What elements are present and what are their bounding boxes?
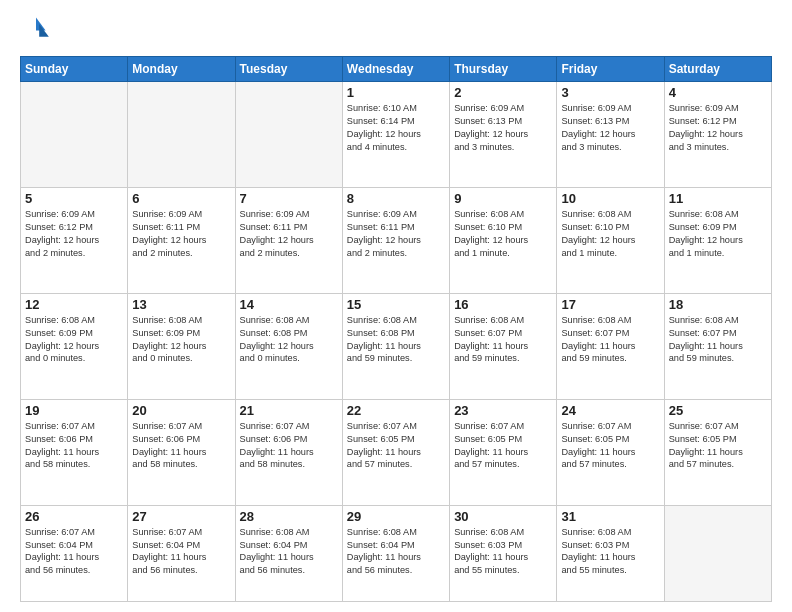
- day-info: Sunrise: 6:07 AM Sunset: 6:05 PM Dayligh…: [347, 420, 445, 472]
- day-cell: 9Sunrise: 6:08 AM Sunset: 6:10 PM Daylig…: [450, 187, 557, 293]
- day-info: Sunrise: 6:07 AM Sunset: 6:06 PM Dayligh…: [25, 420, 123, 472]
- day-info: Sunrise: 6:07 AM Sunset: 6:04 PM Dayligh…: [25, 526, 123, 578]
- day-cell: 15Sunrise: 6:08 AM Sunset: 6:08 PM Dayli…: [342, 293, 449, 399]
- day-info: Sunrise: 6:08 AM Sunset: 6:09 PM Dayligh…: [669, 208, 767, 260]
- day-cell: 2Sunrise: 6:09 AM Sunset: 6:13 PM Daylig…: [450, 82, 557, 188]
- day-cell: 20Sunrise: 6:07 AM Sunset: 6:06 PM Dayli…: [128, 399, 235, 505]
- day-cell: 19Sunrise: 6:07 AM Sunset: 6:06 PM Dayli…: [21, 399, 128, 505]
- day-cell: 28Sunrise: 6:08 AM Sunset: 6:04 PM Dayli…: [235, 505, 342, 601]
- day-number: 17: [561, 297, 659, 312]
- day-cell: 29Sunrise: 6:08 AM Sunset: 6:04 PM Dayli…: [342, 505, 449, 601]
- day-number: 31: [561, 509, 659, 524]
- day-cell: 31Sunrise: 6:08 AM Sunset: 6:03 PM Dayli…: [557, 505, 664, 601]
- day-number: 1: [347, 85, 445, 100]
- day-number: 28: [240, 509, 338, 524]
- day-info: Sunrise: 6:08 AM Sunset: 6:07 PM Dayligh…: [669, 314, 767, 366]
- weekday-tuesday: Tuesday: [235, 57, 342, 82]
- day-number: 7: [240, 191, 338, 206]
- day-info: Sunrise: 6:10 AM Sunset: 6:14 PM Dayligh…: [347, 102, 445, 154]
- day-number: 9: [454, 191, 552, 206]
- calendar-table: SundayMondayTuesdayWednesdayThursdayFrid…: [20, 56, 772, 602]
- day-number: 5: [25, 191, 123, 206]
- day-info: Sunrise: 6:07 AM Sunset: 6:05 PM Dayligh…: [454, 420, 552, 472]
- weekday-monday: Monday: [128, 57, 235, 82]
- day-number: 18: [669, 297, 767, 312]
- day-cell: 17Sunrise: 6:08 AM Sunset: 6:07 PM Dayli…: [557, 293, 664, 399]
- day-cell: 16Sunrise: 6:08 AM Sunset: 6:07 PM Dayli…: [450, 293, 557, 399]
- day-number: 19: [25, 403, 123, 418]
- day-cell: [128, 82, 235, 188]
- day-info: Sunrise: 6:08 AM Sunset: 6:09 PM Dayligh…: [25, 314, 123, 366]
- day-cell: 23Sunrise: 6:07 AM Sunset: 6:05 PM Dayli…: [450, 399, 557, 505]
- weekday-friday: Friday: [557, 57, 664, 82]
- day-cell: [21, 82, 128, 188]
- day-info: Sunrise: 6:07 AM Sunset: 6:06 PM Dayligh…: [132, 420, 230, 472]
- day-number: 11: [669, 191, 767, 206]
- day-info: Sunrise: 6:09 AM Sunset: 6:12 PM Dayligh…: [25, 208, 123, 260]
- week-row-3: 12Sunrise: 6:08 AM Sunset: 6:09 PM Dayli…: [21, 293, 772, 399]
- day-info: Sunrise: 6:09 AM Sunset: 6:13 PM Dayligh…: [454, 102, 552, 154]
- day-number: 13: [132, 297, 230, 312]
- day-number: 22: [347, 403, 445, 418]
- day-number: 8: [347, 191, 445, 206]
- day-info: Sunrise: 6:08 AM Sunset: 6:03 PM Dayligh…: [454, 526, 552, 578]
- weekday-thursday: Thursday: [450, 57, 557, 82]
- day-number: 6: [132, 191, 230, 206]
- day-cell: [235, 82, 342, 188]
- weekday-header-row: SundayMondayTuesdayWednesdayThursdayFrid…: [21, 57, 772, 82]
- day-cell: 14Sunrise: 6:08 AM Sunset: 6:08 PM Dayli…: [235, 293, 342, 399]
- logo: [20, 16, 56, 48]
- weekday-saturday: Saturday: [664, 57, 771, 82]
- day-cell: 12Sunrise: 6:08 AM Sunset: 6:09 PM Dayli…: [21, 293, 128, 399]
- week-row-1: 1Sunrise: 6:10 AM Sunset: 6:14 PM Daylig…: [21, 82, 772, 188]
- day-number: 14: [240, 297, 338, 312]
- day-cell: 21Sunrise: 6:07 AM Sunset: 6:06 PM Dayli…: [235, 399, 342, 505]
- day-info: Sunrise: 6:08 AM Sunset: 6:08 PM Dayligh…: [240, 314, 338, 366]
- day-cell: 13Sunrise: 6:08 AM Sunset: 6:09 PM Dayli…: [128, 293, 235, 399]
- day-cell: 10Sunrise: 6:08 AM Sunset: 6:10 PM Dayli…: [557, 187, 664, 293]
- day-cell: 4Sunrise: 6:09 AM Sunset: 6:12 PM Daylig…: [664, 82, 771, 188]
- day-number: 23: [454, 403, 552, 418]
- day-number: 2: [454, 85, 552, 100]
- week-row-4: 19Sunrise: 6:07 AM Sunset: 6:06 PM Dayli…: [21, 399, 772, 505]
- day-number: 27: [132, 509, 230, 524]
- day-cell: 27Sunrise: 6:07 AM Sunset: 6:04 PM Dayli…: [128, 505, 235, 601]
- day-cell: 5Sunrise: 6:09 AM Sunset: 6:12 PM Daylig…: [21, 187, 128, 293]
- day-cell: 7Sunrise: 6:09 AM Sunset: 6:11 PM Daylig…: [235, 187, 342, 293]
- day-cell: 18Sunrise: 6:08 AM Sunset: 6:07 PM Dayli…: [664, 293, 771, 399]
- day-info: Sunrise: 6:08 AM Sunset: 6:04 PM Dayligh…: [240, 526, 338, 578]
- day-info: Sunrise: 6:09 AM Sunset: 6:13 PM Dayligh…: [561, 102, 659, 154]
- day-number: 10: [561, 191, 659, 206]
- page: SundayMondayTuesdayWednesdayThursdayFrid…: [0, 0, 792, 612]
- weekday-wednesday: Wednesday: [342, 57, 449, 82]
- svg-marker-1: [39, 24, 49, 37]
- day-number: 26: [25, 509, 123, 524]
- day-number: 16: [454, 297, 552, 312]
- week-row-5: 26Sunrise: 6:07 AM Sunset: 6:04 PM Dayli…: [21, 505, 772, 601]
- day-number: 20: [132, 403, 230, 418]
- day-info: Sunrise: 6:09 AM Sunset: 6:11 PM Dayligh…: [347, 208, 445, 260]
- day-cell: 3Sunrise: 6:09 AM Sunset: 6:13 PM Daylig…: [557, 82, 664, 188]
- day-number: 25: [669, 403, 767, 418]
- day-info: Sunrise: 6:08 AM Sunset: 6:10 PM Dayligh…: [454, 208, 552, 260]
- day-number: 12: [25, 297, 123, 312]
- day-cell: 24Sunrise: 6:07 AM Sunset: 6:05 PM Dayli…: [557, 399, 664, 505]
- day-number: 21: [240, 403, 338, 418]
- day-cell: 1Sunrise: 6:10 AM Sunset: 6:14 PM Daylig…: [342, 82, 449, 188]
- day-cell: 30Sunrise: 6:08 AM Sunset: 6:03 PM Dayli…: [450, 505, 557, 601]
- day-info: Sunrise: 6:07 AM Sunset: 6:05 PM Dayligh…: [561, 420, 659, 472]
- day-cell: 8Sunrise: 6:09 AM Sunset: 6:11 PM Daylig…: [342, 187, 449, 293]
- day-cell: [664, 505, 771, 601]
- day-number: 4: [669, 85, 767, 100]
- day-info: Sunrise: 6:07 AM Sunset: 6:04 PM Dayligh…: [132, 526, 230, 578]
- day-number: 15: [347, 297, 445, 312]
- week-row-2: 5Sunrise: 6:09 AM Sunset: 6:12 PM Daylig…: [21, 187, 772, 293]
- day-info: Sunrise: 6:07 AM Sunset: 6:06 PM Dayligh…: [240, 420, 338, 472]
- day-number: 3: [561, 85, 659, 100]
- day-cell: 26Sunrise: 6:07 AM Sunset: 6:04 PM Dayli…: [21, 505, 128, 601]
- day-info: Sunrise: 6:08 AM Sunset: 6:04 PM Dayligh…: [347, 526, 445, 578]
- day-number: 30: [454, 509, 552, 524]
- day-number: 24: [561, 403, 659, 418]
- day-cell: 22Sunrise: 6:07 AM Sunset: 6:05 PM Dayli…: [342, 399, 449, 505]
- day-info: Sunrise: 6:09 AM Sunset: 6:12 PM Dayligh…: [669, 102, 767, 154]
